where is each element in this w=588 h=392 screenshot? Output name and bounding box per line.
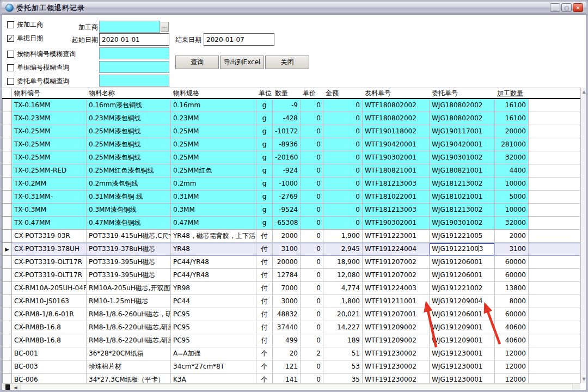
cell[interactable]: WJG191206001 [430,256,495,269]
cell[interactable]: 0.16mm [171,99,256,112]
row-selector[interactable] [2,99,12,112]
cell[interactable]: 0 [301,321,323,334]
cell[interactable]: g [256,217,273,230]
cell[interactable]: 12000 [495,373,529,383]
table-row[interactable]: TX-0.25MM0.25MM漆包铜线0.25MMg-1017200WTF190… [2,125,580,138]
cell[interactable]: 14,227 [323,321,363,334]
table-row[interactable]: BC-00634*27.3CM纸板（平卡）K3A个141035WTF191230… [2,373,580,383]
cell[interactable]: WTF180802002 [363,112,430,125]
inline-edit-input[interactable]: WJG191221003 [430,243,494,255]
table-row[interactable]: TX-0.2MM0.2mm漆包铜线0.2mmg-100000WTF1812130… [2,177,580,191]
cell[interactable]: 0 [301,295,323,308]
cell[interactable]: 0.23MM [171,112,256,125]
cell[interactable]: 0.25MM漆包铜线 [87,151,171,164]
cell[interactable]: 0.3MM漆包铜线 [87,204,171,217]
cell[interactable]: -65308 [273,217,301,230]
table-row[interactable]: TX-0.47MM0.47MM漆包铜线0.47MMg-6530800WTF190… [2,217,580,230]
cell[interactable]: 7000 [273,282,301,295]
cell[interactable]: 0.47MM漆包铜线 [87,217,171,230]
cell[interactable]: WTF191224004 [363,243,430,256]
cell[interactable]: g [256,99,273,112]
cell[interactable]: WJG180802002 [430,112,495,125]
cell[interactable]: g [256,112,273,125]
cell[interactable]: 0 [323,151,363,164]
cell[interactable]: 141 [273,373,301,383]
cell[interactable]: -8936 [273,138,301,151]
cell[interactable]: TX-0.23MM [12,112,87,125]
cell[interactable]: 0 [301,99,323,112]
cell[interactable]: POT3319-395uH磁芯 [87,256,171,269]
cell[interactable]: WTF190118002 [363,125,430,138]
cell[interactable]: 12784 [273,269,301,282]
cell[interactable]: 20,021 [323,308,363,321]
cell[interactable]: 35 [323,373,363,383]
table-row[interactable]: ▶CX-POT3319-378UHPOT3319-378uH磁芯YR48付310… [2,243,580,256]
cell[interactable]: 0 [323,99,363,112]
material-query-input[interactable] [99,47,169,59]
cell[interactable]: 0 [301,243,323,256]
table-row[interactable]: TX-0.3MM0.3MM漆包铜线0.3MMg-952400WTF1812130… [2,204,580,217]
cell[interactable]: WJG190301002 [430,151,495,164]
table-row[interactable]: CX-RM8-1/8.6-01RRM8-1/8.6-260uH磁芯，研磨PC95… [2,308,580,321]
cell[interactable]: 8000 [495,295,529,308]
cell[interactable]: 51 [323,347,363,360]
cell[interactable]: -2769 [273,191,301,204]
table-row[interactable]: BC-00136*28*20CM纸箱A=A加强个20251WTF19123000… [2,347,580,360]
cell[interactable]: WTF191224003 [363,282,430,295]
column-header-5[interactable]: 数量 [273,88,301,98]
cell[interactable]: 40600 [495,321,529,334]
close-button[interactable]: ✕ [573,3,583,12]
cell[interactable]: 0 [323,177,363,191]
column-header-1[interactable]: 物料编号 [12,88,87,98]
cell[interactable]: A=A加强 [171,347,256,360]
cell[interactable]: WJG191209004 [430,295,495,308]
cell[interactable]: 0 [301,230,323,243]
cell[interactable]: 36*28*20CM纸箱 [87,347,171,360]
cell[interactable]: TX-0.25MM [12,138,87,151]
cell[interactable]: WJG190117001 [430,125,495,138]
cell[interactable]: 0 [301,256,323,269]
cell[interactable]: g [256,125,273,138]
cell[interactable]: 60000 [495,308,529,321]
cell[interactable]: 0 [301,191,323,204]
cell[interactable]: 0 [301,217,323,230]
cell[interactable]: CX-POT3319-378UH [12,243,87,256]
row-selector[interactable] [2,125,12,138]
cell[interactable]: BC-003 [12,360,87,373]
table-row[interactable]: TX-0.25MM-RED0.25MM红色漆包铜线0.25MM红色g-92400… [2,164,580,177]
cell[interactable]: 3000 [273,295,301,308]
filter-checkbox-1[interactable]: 按加工商 [7,20,43,29]
cell[interactable]: YR48，磁芯需背胶，上下活动 [171,230,256,243]
cell[interactable]: TX-0.25MM-RED [12,164,87,177]
row-selector[interactable] [2,321,12,334]
cell[interactable]: 32000 [495,151,529,164]
cell[interactable]: PC44 [171,295,256,308]
cell[interactable]: WJG191221003 [430,243,495,256]
column-header-7[interactable]: 金额 [323,88,363,98]
cell[interactable]: WTF190302001 [363,217,430,230]
cell[interactable]: 4400 [495,164,529,177]
cell[interactable]: BC-001 [12,347,87,360]
cell[interactable]: 0 [323,191,363,204]
cell[interactable]: WTF191230002 [363,360,430,373]
cell[interactable]: WJG191230001 [430,347,495,360]
cell[interactable]: WJG191206001 [430,308,495,321]
cell[interactable]: WTF191207001 [363,308,430,321]
cell[interactable]: WTF191230002 [363,373,430,383]
cell[interactable]: 20000 [273,256,301,269]
cell[interactable]: RM8-1/8.6-220uH磁芯,研磨双 [87,321,171,334]
cell[interactable]: 0.25MM [171,138,256,151]
cell[interactable]: -9524 [273,204,301,217]
cell[interactable]: 0 [323,138,363,151]
cell[interactable]: CX-RM8B-16.8 [12,321,87,334]
table-row[interactable]: CX-POT3319-03RPOT3319-415uH磁芯,C尺寸YR48，磁芯… [2,230,580,243]
minimize-button[interactable]: — [550,3,560,12]
cell[interactable]: 16100 [495,112,529,125]
cell[interactable]: 48832 [273,308,301,321]
cell[interactable]: 个 [256,347,273,360]
column-header-10[interactable]: 加工数量 [495,88,529,98]
cell[interactable]: 60000 [495,269,529,282]
row-selector[interactable] [2,138,12,151]
cell[interactable]: 0.16mm漆包铜线 [87,99,171,112]
table-row[interactable]: TX-0.16MM0.16mm漆包铜线0.16mmg-900WTF1808020… [2,99,580,112]
